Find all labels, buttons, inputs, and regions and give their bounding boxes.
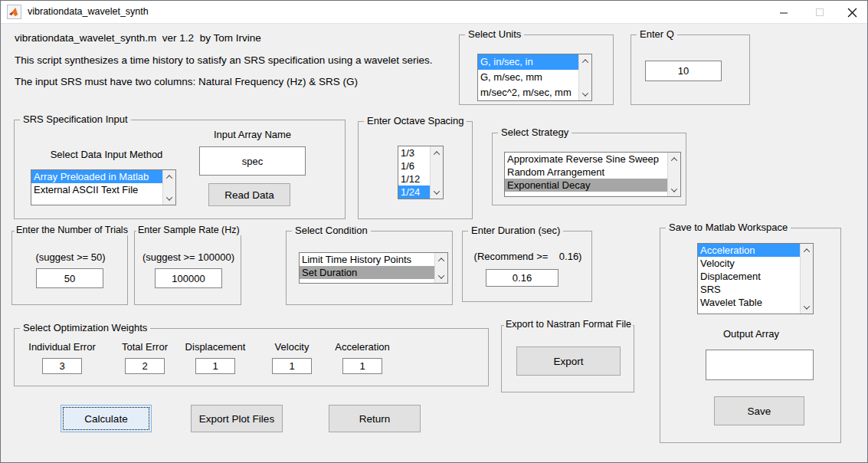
window-title: vibrationdata_wavelet_synth: [28, 6, 149, 17]
input-array-name-field[interactable]: [199, 146, 306, 176]
group-enter-q: Enter Q: [631, 34, 750, 105]
scrollbar[interactable]: [434, 253, 447, 283]
trials-hint: (suggest >= 50): [12, 251, 129, 263]
sample-rate-hint: (suggest >= 100000): [135, 251, 242, 263]
save-button[interactable]: Save: [714, 396, 804, 425]
return-button[interactable]: Return: [329, 405, 421, 432]
condition-listbox[interactable]: Limit Time History Points Set Duration: [299, 252, 448, 284]
scroll-up-icon[interactable]: [801, 245, 813, 256]
output-array-field[interactable]: [706, 350, 814, 380]
scroll-up-icon[interactable]: [163, 171, 175, 182]
list-item[interactable]: Set Duration: [300, 266, 447, 279]
group-save-workspace: Save to Matlab Workspace Acceleration Ve…: [660, 228, 841, 443]
scrollbar[interactable]: [667, 153, 680, 196]
minimize-icon[interactable]: [771, 1, 797, 24]
group-select-units: Select Units G, in/sec, in G, m/sec, mm …: [459, 34, 614, 105]
export-button[interactable]: Export: [516, 346, 621, 376]
workspace-listbox[interactable]: Acceleration Velocity Displacement SRS W…: [697, 243, 814, 314]
scroll-down-icon[interactable]: [668, 184, 680, 195]
list-item[interactable]: Acceleration: [698, 244, 813, 257]
group-enter-q-title: Enter Q: [637, 28, 677, 40]
data-input-method-listbox[interactable]: Array Preloaded in Matlab External ASCII…: [31, 169, 176, 205]
scrollbar[interactable]: [430, 146, 443, 199]
export-plot-files-button[interactable]: Export Plot Files: [191, 405, 283, 432]
group-weights-title: Select Optimization Weights: [20, 322, 150, 333]
group-select-units-title: Select Units: [465, 28, 524, 40]
scroll-up-icon[interactable]: [435, 254, 447, 265]
scroll-up-icon[interactable]: [668, 153, 680, 165]
list-item[interactable]: SRS: [698, 283, 813, 296]
group-octave-spacing: Enter Octave Spacing 1/3 1/6 1/12 1/24: [358, 121, 473, 219]
duration-hint: (Recommend >= 0.16): [463, 251, 593, 262]
script-version-text: vibrationdata_wavelet_synth.m ver 1.2 by…: [15, 32, 261, 44]
script-description-text: This script synthesizes a time history t…: [15, 54, 432, 66]
output-array-label: Output Array: [660, 328, 842, 340]
weight-acceleration-label: Acceleration: [316, 341, 408, 353]
list-item[interactable]: Random Arrangement: [505, 166, 680, 179]
scroll-up-icon[interactable]: [579, 55, 591, 67]
weight-individual-error-input[interactable]: [42, 358, 82, 374]
group-strategy-title: Select Strategy: [498, 126, 572, 138]
title-bar: vibrationdata_wavelet_synth: [1, 1, 867, 24]
scroll-down-icon[interactable]: [431, 186, 443, 198]
group-workspace-title: Save to Matlab Workspace: [666, 222, 791, 233]
close-icon[interactable]: [839, 1, 865, 24]
group-sample-rate: Enter Sample Rate (Hz) (suggest >= 10000…: [134, 231, 241, 305]
group-sample-rate-title: Enter Sample Rate (Hz): [136, 225, 241, 235]
scrollbar[interactable]: [578, 54, 591, 100]
list-item[interactable]: Array Preloaded in Matlab: [31, 170, 175, 183]
list-item[interactable]: m/sec^2, m/sec, mm: [478, 85, 591, 100]
trials-input[interactable]: [36, 268, 103, 288]
group-optimization-weights: Select Optimization Weights Individual E…: [14, 328, 489, 386]
scroll-up-icon[interactable]: [431, 147, 443, 159]
group-nastran-title: Export to Nastran Format File: [504, 319, 633, 330]
units-listbox[interactable]: G, in/sec, in G, m/sec, mm m/sec^2, m/se…: [477, 54, 592, 101]
weight-individual-error-label: Individual Error: [16, 341, 108, 353]
weight-displacement-input[interactable]: [195, 358, 235, 374]
list-item[interactable]: Approximate Reverse Sine Sweep: [505, 153, 680, 166]
group-enter-duration: Enter Duration (sec) (Recommend >= 0.16): [462, 231, 592, 302]
group-octave-title: Enter Octave Spacing: [364, 115, 467, 126]
read-data-button[interactable]: Read Data: [208, 183, 290, 206]
group-srs-title: SRS Specification Input: [20, 113, 131, 125]
maximize-icon[interactable]: [807, 1, 833, 24]
scroll-down-icon[interactable]: [435, 271, 447, 282]
weight-acceleration-input[interactable]: [342, 358, 382, 374]
group-srs-specification-input: SRS Specification Input Select Data Inpu…: [14, 120, 346, 219]
sample-rate-input[interactable]: [155, 268, 222, 288]
scrollbar[interactable]: [800, 244, 813, 314]
group-condition-title: Select Condition: [292, 225, 371, 236]
input-format-text: The input SRS must have two columns: Nat…: [15, 76, 358, 87]
q-input[interactable]: [645, 61, 722, 81]
input-array-name-label: Input Array Name: [199, 129, 306, 140]
data-input-method-label: Select Data Input Method: [24, 149, 189, 160]
app-window: vibrationdata_wavelet_synth vibrationdat…: [0, 0, 868, 463]
matlab-icon: [7, 5, 21, 19]
list-item[interactable]: Wavelet Table: [698, 296, 813, 309]
group-nastran-export: Export to Nastran Format File Export: [501, 325, 634, 392]
calculate-button[interactable]: Calculate: [61, 405, 152, 432]
weight-total-error-input[interactable]: [125, 358, 165, 374]
list-item[interactable]: Limit Time History Points: [300, 253, 447, 266]
list-item[interactable]: External ASCII Text File: [31, 183, 175, 196]
list-item[interactable]: Displacement: [698, 270, 813, 283]
octave-listbox[interactable]: 1/3 1/6 1/12 1/24: [398, 146, 444, 199]
duration-input[interactable]: [486, 269, 558, 287]
scroll-down-icon[interactable]: [579, 88, 591, 100]
strategy-listbox[interactable]: Approximate Reverse Sine Sweep Random Ar…: [504, 152, 681, 197]
scroll-down-icon[interactable]: [801, 301, 813, 313]
group-select-strategy: Select Strategy Approximate Reverse Sine…: [492, 133, 686, 205]
group-number-of-trials: Enter the Number of Trials (suggest >= 5…: [11, 231, 128, 305]
scroll-down-icon[interactable]: [163, 192, 175, 204]
scrollbar[interactable]: [162, 170, 175, 205]
list-item[interactable]: Velocity: [698, 257, 813, 270]
group-select-condition: Select Condition Limit Time History Poin…: [286, 231, 453, 305]
group-trials-title: Enter the Number of Trials: [15, 225, 129, 235]
group-duration-title: Enter Duration (sec): [468, 225, 563, 236]
list-item[interactable]: G, m/sec, mm: [478, 70, 591, 85]
list-item[interactable]: Exponential Decay: [505, 179, 680, 192]
matlab-logo-graphic: [8, 6, 20, 18]
list-item[interactable]: G, in/sec, in: [478, 54, 591, 70]
weight-velocity-input[interactable]: [272, 358, 312, 374]
